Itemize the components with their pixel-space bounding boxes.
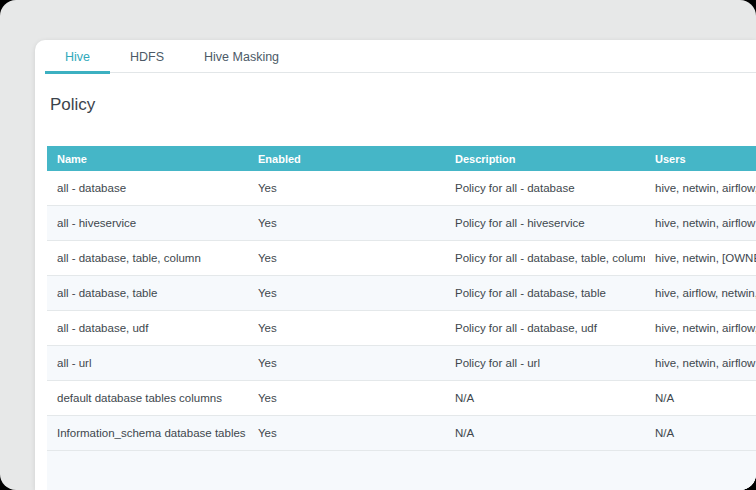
policy-table: NameEnabledDescriptionUsers all - databa… xyxy=(47,146,756,451)
table-row[interactable]: Information_schema database tables col..… xyxy=(47,416,756,451)
table-cell: Policy for all - database, udf xyxy=(445,311,645,346)
column-header: Name xyxy=(47,146,248,171)
table-cell: all - url xyxy=(47,346,248,381)
table-body: all - databaseYesPolicy for all - databa… xyxy=(47,171,756,451)
table-cell: hive, netwin, airflow, [OWNER] xyxy=(645,171,756,206)
table-cell: all - database xyxy=(47,171,248,206)
tab-hive-masking[interactable]: Hive Masking xyxy=(184,40,299,72)
screen-background: Hive HDFS Hive Masking Policy NameEnable… xyxy=(0,0,756,490)
table-cell: Yes xyxy=(248,381,445,416)
page-title: Policy xyxy=(50,95,756,115)
column-header: Users xyxy=(645,146,756,171)
table-cell: N/A xyxy=(445,416,645,451)
table-row[interactable]: all - hiveserviceYesPolicy for all - hiv… xyxy=(47,206,756,241)
table-cell: all - database, table xyxy=(47,276,248,311)
table-cell: all - hiveservice xyxy=(47,206,248,241)
table-cell: Yes xyxy=(248,416,445,451)
table-cell: all - database, udf xyxy=(47,311,248,346)
table-row[interactable]: all - urlYesPolicy for all - urlhive, ne… xyxy=(47,346,756,381)
table-row[interactable]: all - database, table, columnYesPolicy f… xyxy=(47,241,756,276)
table-cell: Yes xyxy=(248,206,445,241)
policy-table-wrapper: NameEnabledDescriptionUsers all - databa… xyxy=(47,146,756,490)
table-footer-strip xyxy=(47,451,756,490)
table-cell: N/A xyxy=(645,381,756,416)
table-cell: N/A xyxy=(645,416,756,451)
table-cell: Yes xyxy=(248,276,445,311)
table-cell: hive, netwin, airflow xyxy=(645,346,756,381)
table-cell: hive, airflow, netwin, [OWNER] xyxy=(645,276,756,311)
table-header-row: NameEnabledDescriptionUsers xyxy=(47,146,756,171)
column-header: Description xyxy=(445,146,645,171)
table-cell: Policy for all - url xyxy=(445,346,645,381)
table-cell: Yes xyxy=(248,311,445,346)
table-cell: Policy for all - database, table, column xyxy=(445,241,645,276)
table-cell: hive, netwin, [OWNER] xyxy=(645,241,756,276)
table-row[interactable]: all - database, tableYesPolicy for all -… xyxy=(47,276,756,311)
table-row[interactable]: all - database, udfYesPolicy for all - d… xyxy=(47,311,756,346)
table-cell: Yes xyxy=(248,171,445,206)
table-cell: Policy for all - database xyxy=(445,171,645,206)
table-cell: default database tables columns xyxy=(47,381,248,416)
table-cell: all - database, table, column xyxy=(47,241,248,276)
table-cell: Yes xyxy=(248,241,445,276)
table-cell: hive, netwin, airflow xyxy=(645,206,756,241)
table-cell: Policy for all - database, table xyxy=(445,276,645,311)
table-row[interactable]: all - databaseYesPolicy for all - databa… xyxy=(47,171,756,206)
column-header: Enabled xyxy=(248,146,445,171)
table-cell: Policy for all - hiveservice xyxy=(445,206,645,241)
table-cell: Information_schema database tables col..… xyxy=(47,416,248,451)
content-card: Hive HDFS Hive Masking Policy NameEnable… xyxy=(35,40,756,490)
tab-bar: Hive HDFS Hive Masking xyxy=(45,40,756,73)
table-cell: N/A xyxy=(445,381,645,416)
tab-hdfs[interactable]: HDFS xyxy=(110,40,184,72)
table-cell: hive, netwin, airflow, [OWNER] xyxy=(645,311,756,346)
tab-hive[interactable]: Hive xyxy=(45,40,110,74)
table-cell: Yes xyxy=(248,346,445,381)
table-row[interactable]: default database tables columnsYesN/AN/A xyxy=(47,381,756,416)
